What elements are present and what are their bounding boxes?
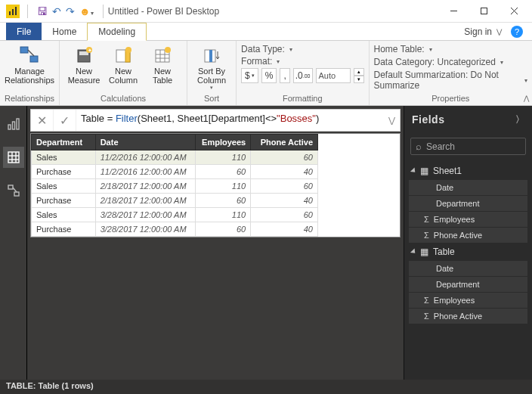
save-icon[interactable]: 🖫 bbox=[37, 5, 48, 17]
decimal-places-input[interactable]: Auto bbox=[316, 68, 351, 83]
column-icon bbox=[112, 44, 135, 67]
undo-icon[interactable]: ↶ bbox=[52, 5, 61, 17]
svg-rect-4 bbox=[481, 8, 487, 14]
minimize-button[interactable] bbox=[438, 0, 469, 23]
svg-point-22 bbox=[165, 47, 171, 53]
table-row[interactable]: Purchase11/2/2016 12:00:00 AM6040 bbox=[32, 165, 318, 179]
tab-file[interactable]: File bbox=[6, 23, 42, 40]
table-node[interactable]: ▦Sheet1 bbox=[409, 163, 527, 179]
maximize-button[interactable] bbox=[469, 0, 499, 23]
chevron-down-icon: ▾ bbox=[277, 58, 280, 65]
data-grid[interactable]: Department Date Employees Phone Active S… bbox=[30, 133, 401, 237]
feedback-icon[interactable]: ☻▾ bbox=[79, 5, 94, 17]
cell[interactable]: 40 bbox=[251, 222, 318, 237]
cell[interactable]: 60 bbox=[251, 208, 318, 222]
table-node[interactable]: ▦Table bbox=[409, 244, 527, 260]
report-view-button[interactable] bbox=[3, 113, 24, 135]
new-measure-label: New Measure bbox=[68, 67, 101, 85]
thousands-button[interactable]: , bbox=[280, 68, 289, 83]
fields-search[interactable]: ⌕ Search bbox=[410, 138, 526, 155]
table-row[interactable]: Purchase2/18/2017 12:00:00 AM6040 bbox=[32, 194, 318, 208]
cell[interactable]: 11/2/2016 12:00:00 AM bbox=[95, 150, 195, 165]
cell[interactable]: 2/18/2017 12:00:00 AM bbox=[95, 194, 195, 208]
tab-home[interactable]: Home bbox=[42, 23, 87, 40]
cell[interactable]: 40 bbox=[251, 194, 318, 208]
model-view-button[interactable] bbox=[3, 180, 24, 201]
percent-button[interactable]: % bbox=[261, 68, 277, 83]
cell[interactable]: 40 bbox=[251, 165, 318, 179]
cell[interactable]: Purchase bbox=[32, 165, 96, 179]
col-header[interactable]: Phone Active bbox=[251, 135, 318, 150]
cell[interactable]: 60 bbox=[195, 165, 250, 179]
cell[interactable]: 110 bbox=[195, 208, 250, 222]
sign-in-button[interactable]: Sign in ⋁ ? bbox=[459, 23, 532, 40]
new-measure-button[interactable]: ✦ New Measure bbox=[64, 42, 104, 85]
new-column-button[interactable]: New Column bbox=[104, 42, 143, 85]
cell[interactable]: 60 bbox=[195, 194, 250, 208]
cell[interactable]: 60 bbox=[195, 222, 250, 237]
col-header[interactable]: Date bbox=[95, 135, 195, 150]
field-item[interactable]: ΣPhone Active bbox=[409, 228, 527, 243]
quick-access-toolbar: 🖫 ↶ ↷ ☻▾ bbox=[32, 5, 98, 17]
cell[interactable]: Sales bbox=[32, 150, 96, 165]
cell[interactable]: 11/2/2016 12:00:00 AM bbox=[95, 165, 195, 179]
field-item[interactable]: ΣPhone Active bbox=[409, 309, 527, 324]
cell[interactable]: 3/28/2017 12:00:00 AM bbox=[95, 222, 195, 237]
titlebar: 🖫 ↶ ↷ ☻▾ Untitled - Power BI Desktop bbox=[0, 0, 532, 23]
cell[interactable]: 60 bbox=[251, 179, 318, 194]
table-row[interactable]: Sales3/28/2017 12:00:00 AM11060 bbox=[32, 208, 318, 222]
field-item[interactable]: ΣEmployees bbox=[409, 212, 527, 227]
cell[interactable]: 110 bbox=[195, 179, 250, 194]
svg-line-9 bbox=[28, 50, 34, 56]
svg-rect-27 bbox=[17, 119, 19, 129]
formula-commit-button[interactable]: ✓ bbox=[54, 110, 76, 131]
field-item[interactable]: Date bbox=[409, 180, 527, 195]
decimal-spinner[interactable]: ▴▾ bbox=[354, 68, 364, 83]
field-item[interactable]: Department bbox=[409, 277, 527, 292]
decimal-format-icon[interactable]: .0.00 bbox=[293, 68, 313, 83]
table-row[interactable]: Purchase3/28/2017 12:00:00 AM6040 bbox=[32, 222, 318, 237]
cell[interactable]: Purchase bbox=[32, 194, 96, 208]
manage-relationships-button[interactable]: Manage Relationships bbox=[8, 42, 51, 85]
new-table-button[interactable]: New Table bbox=[143, 42, 182, 85]
formula-bar: ✕ ✓ Table = Filter(Sheet1, Sheet1[Depart… bbox=[30, 109, 401, 132]
sigma-icon: Σ bbox=[424, 215, 429, 224]
cell[interactable]: Sales bbox=[32, 179, 96, 194]
svg-rect-33 bbox=[8, 185, 13, 189]
sort-by-column-button[interactable]: Sort By Column ▾ bbox=[192, 42, 231, 91]
data-type-selector[interactable]: Data Type:▾ bbox=[241, 44, 292, 54]
cell[interactable]: 60 bbox=[251, 150, 318, 165]
formula-cancel-button[interactable]: ✕ bbox=[31, 110, 54, 131]
data-view-button[interactable] bbox=[3, 147, 24, 168]
tab-modeling[interactable]: Modeling bbox=[87, 23, 147, 41]
fields-header[interactable]: Fields 〉 bbox=[404, 106, 532, 133]
currency-button[interactable]: $▾ bbox=[241, 68, 258, 83]
search-placeholder: Search bbox=[426, 141, 455, 152]
svg-point-16 bbox=[125, 47, 131, 53]
col-header[interactable]: Department bbox=[32, 135, 96, 150]
cell[interactable]: 2/18/2017 12:00:00 AM bbox=[95, 179, 195, 194]
help-icon[interactable]: ? bbox=[511, 26, 523, 38]
cell[interactable]: 3/28/2017 12:00:00 AM bbox=[95, 208, 195, 222]
cell[interactable]: Purchase bbox=[32, 222, 96, 237]
formula-input[interactable]: Table = Filter(Sheet1, Sheet1[Department… bbox=[76, 110, 383, 131]
home-table-selector[interactable]: Home Table:▾ bbox=[374, 44, 432, 54]
redo-icon[interactable]: ↷ bbox=[66, 5, 75, 17]
col-header[interactable]: Employees bbox=[195, 135, 250, 150]
field-item[interactable]: ΣEmployees bbox=[409, 293, 527, 308]
table-row[interactable]: Sales11/2/2016 12:00:00 AM11060 bbox=[32, 150, 318, 165]
cell[interactable]: 110 bbox=[195, 150, 250, 165]
default-summarization-selector[interactable]: Default Summarization: Do Not Summarize▾ bbox=[374, 70, 528, 91]
sort-by-column-label: Sort By Column bbox=[197, 67, 226, 85]
ribbon-collapse-icon[interactable]: ⋀ bbox=[524, 95, 529, 102]
format-selector[interactable]: Format:▾ bbox=[241, 56, 280, 67]
table-row[interactable]: Sales2/18/2017 12:00:00 AM11060 bbox=[32, 179, 318, 194]
fields-tree: ▦Sheet1DateDepartmentΣEmployeesΣPhone Ac… bbox=[404, 163, 532, 324]
data-category-selector[interactable]: Data Category: Uncategorized▾ bbox=[374, 57, 503, 67]
field-item[interactable]: Department bbox=[409, 196, 527, 211]
close-button[interactable] bbox=[499, 0, 529, 23]
chevron-down-icon: ⋁ bbox=[496, 28, 502, 36]
formula-expand-button[interactable]: ⋁ bbox=[383, 110, 400, 131]
field-item[interactable]: Date bbox=[409, 261, 527, 276]
cell[interactable]: Sales bbox=[32, 208, 96, 222]
